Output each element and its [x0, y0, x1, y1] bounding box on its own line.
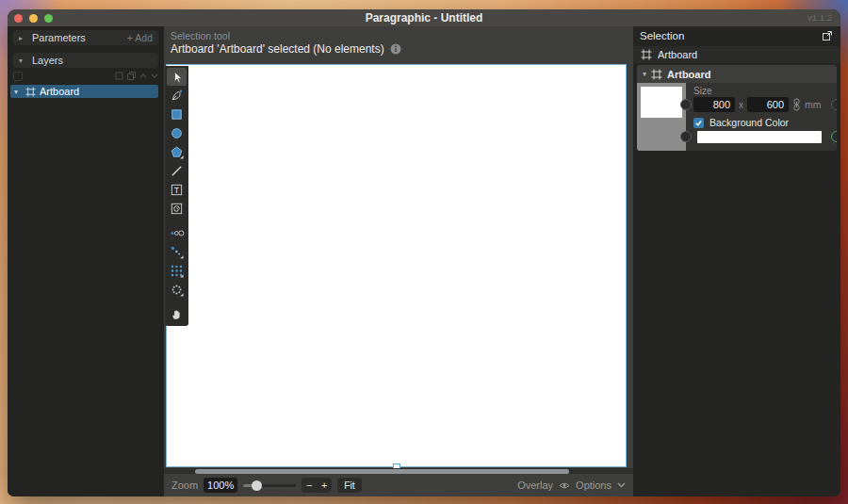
- popout-panel-icon[interactable]: [822, 30, 833, 41]
- fit-button[interactable]: Fit: [337, 478, 362, 493]
- width-input[interactable]: [693, 97, 735, 112]
- artboard-icon: [651, 69, 662, 80]
- collapse-closed-icon: ▸: [19, 34, 26, 42]
- multiply-sign: x: [739, 100, 743, 110]
- dot-ring-icon: [170, 283, 184, 297]
- parameters-label: Parameters: [32, 32, 86, 43]
- overlay-toggle[interactable]: Overlay: [517, 480, 553, 491]
- layers-panel-header[interactable]: ▾ Layers: [13, 53, 158, 68]
- selection-panel-title: Selection: [640, 30, 684, 41]
- layer-label: Artboard: [40, 86, 79, 97]
- section-collapse-icon[interactable]: ▾: [643, 70, 646, 78]
- artboard-section-title: Artboard: [667, 69, 710, 80]
- layer-item-artboard[interactable]: ▾ Artboard: [10, 85, 158, 98]
- parameters-panel-header[interactable]: ▸ Parameters + Add: [13, 30, 158, 45]
- zoom-out-button[interactable]: −: [302, 478, 317, 493]
- zoom-slider[interactable]: [243, 479, 296, 492]
- pan-tool-button[interactable]: [167, 305, 187, 323]
- bottom-bar: Zoom − + Fit Overlay Options: [164, 474, 633, 496]
- check-icon: [694, 119, 703, 127]
- right-panel: Selection Artboard ▾ Artboard Size: [633, 26, 840, 496]
- dot-grid-icon: [170, 264, 184, 278]
- scatter-tool-button[interactable]: [167, 243, 187, 261]
- titlebar[interactable]: Paragraphic - Untitled v1.1.2: [8, 9, 840, 26]
- zoom-input[interactable]: [204, 478, 237, 493]
- selection-status-text: Artboard 'Artboard' selected (No element…: [171, 42, 384, 56]
- ellipse-tool-button[interactable]: [167, 124, 187, 142]
- app-version: v1.1.2: [807, 12, 832, 23]
- desktop-wallpaper: { "titlebar": { "title": "Paragraphic - …: [0, 0, 848, 504]
- add-parameter-button[interactable]: + Add: [127, 32, 153, 43]
- left-sidebar: ▸ Parameters + Add ▾ Layers ▾ Artboard: [8, 26, 164, 496]
- dot-grid-tool-button[interactable]: [167, 262, 187, 280]
- rectangle-tool-button[interactable]: [167, 106, 187, 123]
- layer-expand-icon[interactable]: ▾: [14, 88, 22, 96]
- height-input[interactable]: [747, 97, 789, 112]
- scatter-dots-icon: [170, 245, 184, 259]
- select-all-layers-checkbox[interactable]: [13, 72, 23, 81]
- pen-tool-button[interactable]: [167, 87, 187, 105]
- zoom-in-button[interactable]: +: [317, 478, 332, 493]
- layers-toolbar: [13, 70, 158, 82]
- eye-icon[interactable]: [559, 481, 570, 490]
- app-window: Paragraphic - Untitled v1.1.2 ▸ Paramete…: [8, 9, 840, 496]
- text-tool-button[interactable]: T: [167, 181, 187, 199]
- rectangle-icon: [170, 107, 184, 122]
- artboard-preview-page: [641, 87, 682, 118]
- selection-item-label: Artboard: [658, 49, 697, 60]
- color-connector-right[interactable]: [831, 131, 837, 142]
- pentagon-icon: [170, 145, 184, 159]
- canvas-area: Selection tool Artboard 'Artboard' selec…: [164, 26, 633, 496]
- duplicate-layer-icon[interactable]: [127, 72, 136, 80]
- selection-tool-button[interactable]: [167, 68, 187, 86]
- line-tool-button[interactable]: [167, 162, 187, 180]
- artboard-properties-section: ▾ Artboard Size x mm: [637, 65, 837, 151]
- background-color-label: Background Color: [709, 117, 789, 128]
- group-layers-icon[interactable]: [115, 72, 123, 80]
- window-title: Paragraphic - Untitled: [8, 9, 840, 26]
- line-icon: [170, 164, 184, 178]
- spiral-icon: [170, 202, 184, 216]
- layers-label: Layers: [32, 55, 63, 66]
- color-connector-left[interactable]: [680, 131, 692, 142]
- tool-palette: T: [165, 66, 188, 326]
- hand-icon: [170, 307, 184, 321]
- zoom-label: Zoom: [171, 480, 198, 491]
- ellipse-icon: [170, 126, 184, 140]
- horizontal-scrollbar-thumb[interactable]: [195, 469, 569, 474]
- blend-tool-button[interactable]: [167, 224, 187, 242]
- size-connector-right[interactable]: [831, 99, 837, 110]
- pen-nib-icon: [170, 89, 184, 103]
- move-layer-down-icon[interactable]: [151, 73, 158, 78]
- options-menu[interactable]: Options: [576, 480, 612, 491]
- background-color-swatch[interactable]: [697, 131, 822, 143]
- artboard-icon: [25, 87, 36, 97]
- zoom-slider-knob[interactable]: [252, 480, 262, 491]
- artboard-section-header[interactable]: ▾ Artboard: [637, 65, 837, 83]
- info-icon[interactable]: [390, 43, 401, 55]
- svg-text:T: T: [174, 186, 180, 195]
- artboard-preview: [637, 83, 686, 151]
- move-layer-up-icon[interactable]: [139, 73, 147, 78]
- cursor-arrow-icon: [170, 70, 185, 85]
- selection-item-artboard[interactable]: Artboard: [633, 46, 840, 63]
- link-dimensions-icon[interactable]: [792, 98, 801, 111]
- spiral-tool-button[interactable]: [167, 200, 187, 218]
- chevron-down-icon[interactable]: [617, 482, 626, 488]
- size-connector-left[interactable]: [680, 99, 692, 110]
- artboard-icon: [641, 49, 652, 60]
- tool-status-text: Selection tool: [171, 30, 230, 41]
- size-label: Size: [693, 86, 711, 96]
- polygon-tool-button[interactable]: [167, 143, 187, 161]
- background-color-checkbox[interactable]: [693, 118, 704, 128]
- unit-label: mm: [805, 99, 822, 110]
- blend-circles-icon: [170, 226, 185, 240]
- artboard-canvas[interactable]: [166, 64, 627, 467]
- text-icon: T: [170, 183, 184, 197]
- collapse-open-icon: ▾: [19, 57, 26, 65]
- dot-ring-tool-button[interactable]: [167, 281, 187, 299]
